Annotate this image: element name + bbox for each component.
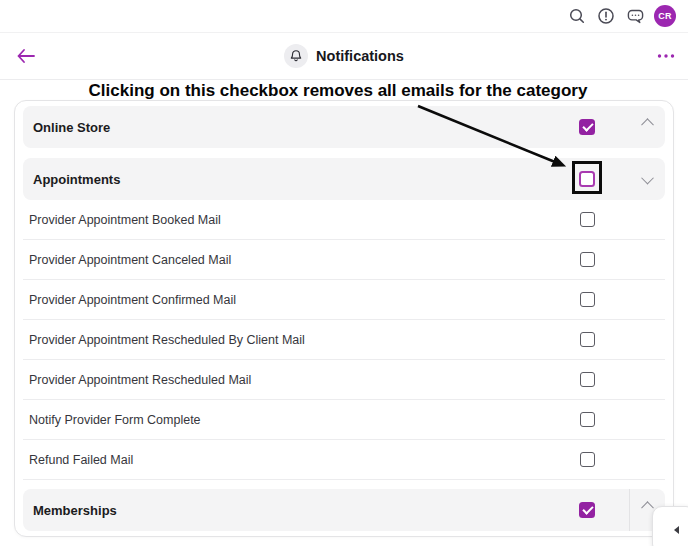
page-title: Notifications: [316, 48, 404, 64]
list-item: Provider Appointment Rescheduled Mail: [23, 360, 665, 400]
email-type-label: Provider Appointment Booked Mail: [29, 213, 580, 227]
list-item: Notify Provider Form Complete: [23, 400, 665, 440]
list-item: Provider Appointment Booked Mail: [23, 200, 665, 240]
category-label: Appointments: [33, 172, 579, 187]
category-row-appointments[interactable]: Appointments: [23, 158, 665, 200]
page-header: Notifications: [0, 33, 688, 80]
category-label: Online Store: [33, 120, 579, 135]
expand-left-icon: [674, 526, 679, 534]
email-checkbox[interactable]: [580, 252, 595, 267]
section-gap: [23, 480, 665, 489]
email-type-label: Notify Provider Form Complete: [29, 413, 580, 427]
category-label: Memberships: [33, 503, 579, 518]
email-type-label: Provider Appointment Rescheduled Mail: [29, 373, 580, 387]
info-icon[interactable]: [596, 6, 616, 26]
chevron-down-icon: [641, 171, 654, 184]
back-button[interactable]: [16, 47, 38, 65]
user-avatar[interactable]: CR: [654, 5, 676, 27]
list-item: Refund Failed Mail: [23, 440, 665, 480]
email-checkbox[interactable]: [580, 412, 595, 427]
list-item: Provider Appointment Canceled Mail: [23, 240, 665, 280]
top-bar: CR: [0, 0, 688, 33]
email-checkbox[interactable]: [580, 212, 595, 227]
email-checkbox[interactable]: [580, 372, 595, 387]
notification-settings-panel: Online Store Appointments Provider Appoi…: [14, 100, 674, 537]
email-type-label: Provider Appointment Confirmed Mail: [29, 293, 580, 307]
chevron-up-icon: [641, 118, 654, 131]
search-icon[interactable]: [567, 6, 587, 26]
online-store-checkbox[interactable]: [579, 119, 595, 135]
email-type-label: Provider Appointment Canceled Mail: [29, 253, 580, 267]
more-options-icon[interactable]: [656, 46, 676, 66]
email-checkbox[interactable]: [580, 292, 595, 307]
collapsed-pip-widget[interactable]: [652, 506, 688, 546]
email-type-label: Refund Failed Mail: [29, 453, 580, 467]
list-item: Provider Appointment Rescheduled By Clie…: [23, 320, 665, 360]
chat-icon[interactable]: [625, 6, 645, 26]
online-store-collapse-toggle[interactable]: [629, 106, 665, 148]
notifications-settings-page: CR Notifications Clicking o: [0, 0, 688, 546]
list-item: Provider Appointment Confirmed Mail: [23, 280, 665, 320]
email-checkbox[interactable]: [580, 452, 595, 467]
category-row-online-store[interactable]: Online Store: [23, 106, 665, 148]
title-group: Notifications: [284, 44, 404, 68]
memberships-checkbox[interactable]: [579, 502, 595, 518]
bell-icon: [284, 44, 308, 68]
appointments-email-list: Provider Appointment Booked Mail Provide…: [23, 200, 665, 480]
category-row-memberships[interactable]: Memberships: [23, 489, 665, 531]
appointments-checkbox[interactable]: [579, 171, 595, 187]
email-checkbox[interactable]: [580, 332, 595, 347]
email-type-label: Provider Appointment Rescheduled By Clie…: [29, 333, 580, 347]
annotation-text: Clicking on this checkbox removes all em…: [0, 81, 676, 101]
appointments-collapse-toggle[interactable]: [629, 158, 665, 200]
